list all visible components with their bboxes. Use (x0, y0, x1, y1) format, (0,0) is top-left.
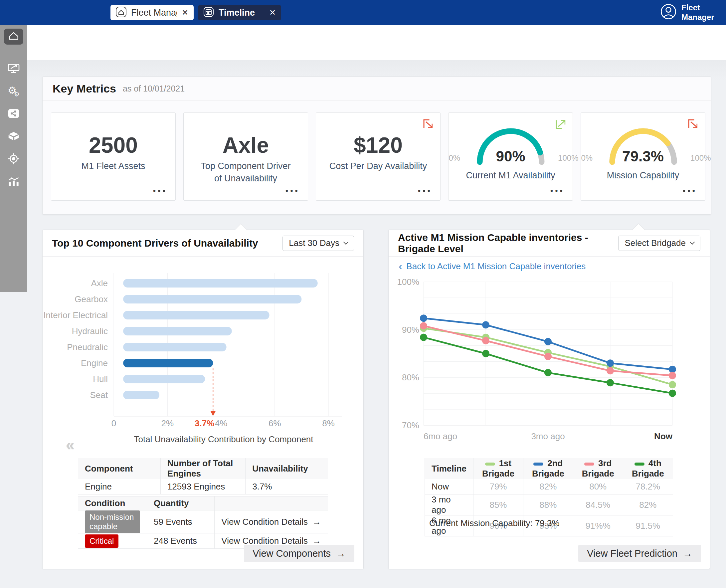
sidebar-item-home[interactable] (4, 28, 23, 45)
metric-value: Axle (184, 130, 308, 160)
timeline-cell: Now (425, 479, 473, 495)
gauge-max-label: 100% (690, 153, 711, 163)
panel-title: Active M1 Mission Capable inventories - … (398, 232, 618, 255)
user-menu[interactable]: Fleet Manager (660, 3, 718, 22)
svg-text:0: 0 (111, 418, 116, 428)
metric-label: Current M1 Availability (461, 169, 560, 182)
svg-text:4%: 4% (215, 418, 228, 428)
dropdown-value: Last 30 Days (289, 238, 339, 248)
status-badge: Critical (85, 534, 119, 548)
tab-timeline[interactable]: Timeline ✕ (198, 5, 281, 20)
gauge-value: 90% (468, 148, 554, 165)
bar-chart-icon (7, 176, 20, 188)
time-range-dropdown[interactable]: Last 30 Days (282, 236, 354, 251)
legend-2nd-brigade: 2nd Brigade (523, 458, 573, 479)
card-menu-button[interactable]: ••• (550, 186, 564, 196)
metric-value: 2500 (51, 130, 175, 160)
condition-table: Condition Quantity Non-mission capable 5… (78, 496, 328, 549)
unavailability-cell: 3.7% (245, 479, 328, 495)
card-menu-button[interactable]: ••• (153, 186, 167, 196)
timeline-cell: 3 mo ago (425, 495, 473, 516)
collapse-button[interactable]: « (66, 436, 74, 454)
status-badge: Non-mission capable (85, 510, 140, 533)
sidebar-item-package[interactable] (0, 130, 27, 143)
svg-text:6%: 6% (269, 418, 281, 428)
sidebar-item-analytics[interactable] (0, 176, 27, 188)
availability-gauge: 90% 0% 100% (468, 122, 554, 165)
column-header: Component (78, 458, 161, 479)
card-menu-button[interactable]: ••• (683, 186, 697, 196)
legend-dash-icon (635, 463, 644, 465)
table-header-row: Condition Quantity (78, 497, 328, 510)
column-header (215, 497, 328, 510)
card-menu-button[interactable]: ••• (285, 186, 300, 196)
user-avatar-icon (660, 3, 677, 21)
column-header: Quantity (147, 497, 214, 510)
metric-label: M1 Fleet Assets (64, 160, 163, 172)
component-table: Component Number of Total Engines Unavai… (78, 458, 328, 495)
sidebar-item-share[interactable] (0, 108, 27, 121)
fleet-manager-app: Fleet Manager... ✕ Timeline ✕ (0, 0, 726, 588)
table-row: Now 79% 82% 80% 78.2% (425, 479, 673, 495)
current-mission-capability-note: Current Mission Capability: 79.3% (429, 518, 560, 528)
svg-text:6mo ago: 6mo ago (424, 431, 457, 441)
calendar-icon (202, 6, 215, 19)
user-name: Fleet Manager (681, 3, 718, 22)
top-navbar: Fleet Manager... ✕ Timeline ✕ (0, 0, 726, 25)
metric-card-mission-capability: 79.3% 0% 100% Mission Capability ••• (581, 112, 705, 201)
table-row: Non-mission capable 59 Events View Condi… (78, 510, 328, 533)
svg-text:Hydraulic: Hydraulic (72, 326, 108, 336)
arrow-right-icon: → (683, 548, 692, 559)
svg-text:Now: Now (654, 431, 673, 441)
trend-down-icon (686, 118, 700, 131)
dropdown-value: Select Bridgade (624, 238, 686, 248)
mission-capable-panel: Active M1 Mission Capable inventories - … (388, 230, 710, 569)
target-icon (8, 153, 20, 166)
legend-1st-brigade: 1st Brigade (473, 458, 524, 479)
metric-card-current-availability: 90% 0% 100% Current M1 Availability ••• (448, 112, 573, 201)
svg-text:Hull: Hull (93, 374, 108, 384)
engine-count-cell: 12593 Engines (161, 479, 245, 495)
gears-icon: ⚙⚙ (8, 85, 20, 98)
metric-card-top-component: Axle Top Component Driver of Unavailabil… (183, 112, 308, 201)
arrow-right-icon: → (336, 548, 346, 559)
key-metrics-header: Key Metrics as of 10/01/2021 (43, 77, 711, 101)
svg-text:90%: 90% (402, 325, 419, 335)
tab-fleet-manager[interactable]: Fleet Manager... ✕ (110, 5, 194, 20)
panel-header: Top 10 Component Drivers of Unavailabili… (43, 230, 363, 256)
column-header: Unavailability (245, 458, 328, 479)
trend-up-icon (554, 118, 567, 131)
arrow-right-icon: → (313, 536, 321, 546)
monitor-trend-icon (7, 63, 20, 75)
panel-title: Top 10 Component Drivers of Unavailabili… (52, 237, 282, 249)
chevron-left-icon: ‹ (399, 260, 402, 272)
svg-text:Pneudralic: Pneudralic (67, 342, 108, 352)
svg-text:Total Unavailability Contribut: Total Unavailability Contribution by Com… (134, 434, 314, 444)
quantity-cell: 248 Events (147, 533, 214, 549)
close-icon[interactable]: ✕ (269, 8, 277, 17)
gauge-max-label: 100% (558, 153, 578, 163)
sidebar-item-settings[interactable]: ⚙⚙ (0, 85, 27, 98)
sidebar-item-target[interactable] (0, 153, 27, 166)
card-menu-button[interactable]: ••• (418, 186, 432, 196)
view-components-button[interactable]: View Components → (244, 545, 354, 562)
view-fleet-prediction-button[interactable]: View Fleet Prediction → (578, 545, 701, 562)
brigade-dropdown[interactable]: Select Bridgade (618, 236, 700, 251)
gauge-min-label: 0% (449, 153, 461, 163)
table-header-row: Component Number of Total Engines Unavai… (78, 458, 328, 479)
back-link[interactable]: ‹ Back to Active M1 Mission Capable inve… (399, 261, 585, 272)
view-condition-details-link[interactable]: View Condition Details→ (215, 510, 328, 533)
mission-capability-gauge: 79.3% 0% 100% (600, 122, 686, 165)
close-icon[interactable]: ✕ (181, 8, 189, 17)
package-icon (7, 131, 20, 143)
metric-value: $120 (316, 130, 440, 160)
metric-label: Cost Per Day Availability (328, 160, 428, 172)
key-metrics-panel: Key Metrics as of 10/01/2021 2500 M1 Fle… (42, 77, 711, 215)
as-of-date: as of 10/01/2021 (123, 84, 185, 93)
svg-text:Seat: Seat (90, 390, 108, 400)
svg-text:Engine: Engine (81, 358, 108, 368)
panel-header: Active M1 Mission Capable inventories - … (389, 230, 710, 256)
column-header: Number of Total Engines (161, 458, 245, 479)
sidebar-item-dashboard[interactable] (0, 63, 27, 75)
unavailability-panel: Top 10 Component Drivers of Unavailabili… (42, 230, 364, 569)
